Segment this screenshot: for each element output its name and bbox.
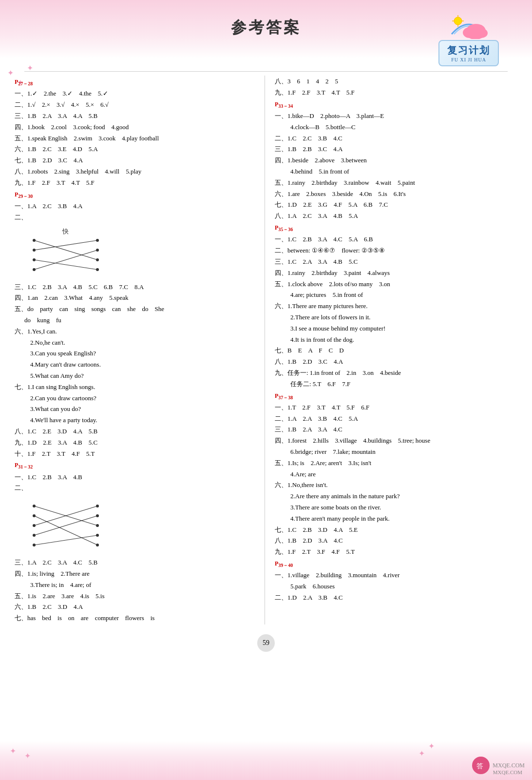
answer-p29-7b: 2.Can you draw cartoons?	[30, 393, 257, 404]
answer-p35-6c: 3.I see a mouse behind my computer!	[290, 324, 517, 334]
section-ref-p29: P29－30	[15, 191, 257, 200]
section-ref-p31: P31－32	[15, 462, 257, 470]
answer-r-1: 八、3 6 1 4 2 5	[275, 77, 517, 87]
svg-line-19	[34, 240, 97, 250]
answer-p35-6b: 2.There are lots of flowers in it.	[290, 312, 517, 323]
cloud-decoration	[449, 12, 488, 39]
section-ref-p33: P33－34	[275, 101, 517, 110]
answer-p27-8: 八、1.robots 2.sing 3.helpful 4.will 5.pla…	[15, 167, 257, 177]
svg-line-18	[34, 240, 97, 260]
fuxijihua-box: 复习计划 FU XI JI HUA	[438, 40, 499, 66]
main-content: P27－28 一、1.✓ 2.the 3.✓ 4.the 5.✓ 二、1.√ 2…	[15, 76, 517, 624]
answer-p29-5b: do kung fu	[24, 315, 257, 326]
answer-p27-2: 二、1.√ 2.× 3.√ 4.× 5.× 6.√	[15, 100, 257, 110]
star-deco-7: ✦	[418, 749, 425, 758]
svg-line-20	[34, 260, 97, 270]
answer-p33-7: 七、1.D 2.E 3.G 4.F 5.A 6.B 7.C	[275, 200, 517, 210]
answer-p37-6a: 六、1.No,there isn't.	[275, 480, 517, 490]
logo-area: 答 MXQE.COM	[472, 757, 525, 774]
answer-p35-7: 七、B E A F C D	[275, 346, 517, 356]
answer-r-2: 九、1.F 2.F 3.T 4.T 5.F	[275, 88, 517, 98]
answer-p29-7a: 七、1.I can sing English songs.	[15, 382, 257, 392]
answer-p33-8: 八、1.A 2.C 3.A 4.B 5.A	[275, 211, 517, 221]
section-ref-p35: P35－36	[275, 224, 517, 233]
answer-p29-10: 十、1.F 2.T 3.T 4.F 5.T	[15, 449, 257, 459]
answer-p31-6: 六、1.B 2.C 3.D 4.A	[15, 602, 257, 612]
page-title: 参考答案	[102, 12, 430, 39]
page-number: 59	[257, 634, 275, 652]
answer-p27-3: 三、1.B 2.A 3.A 4.A 5.B	[15, 111, 257, 121]
answer-p35-5a: 五、1.clock above 2.lots of/so many 3.on	[275, 279, 517, 290]
answer-p27-4: 四、1.book 2.cool 3.cook; food 4.good	[15, 122, 257, 133]
connect-diagram-p29: 快	[19, 226, 257, 279]
answer-p33-1b: 4.clock—B 5.bottle—C	[290, 122, 517, 133]
answer-p39-2: 二、1.D 2.A 3.B 4.C	[275, 593, 517, 603]
answer-p35-9b: 任务二: 5.T 6.F 7.F	[290, 379, 517, 390]
answer-p31-5: 五、1.is 2.are 3.are 4.is 5.is	[15, 591, 257, 602]
answer-p35-4: 四、1.rainy 2.birthday 3.paint 4.always	[275, 268, 517, 278]
answer-p33-2: 二、1.C 2.C 3.B 4.C	[275, 134, 517, 144]
answer-p35-1: 一、1.C 2.B 3.A 4.C 5.A 6.B	[275, 234, 517, 245]
answer-p39-1a: 一、1.village 2.building 3.mountain 4.rive…	[275, 570, 517, 581]
answer-p35-6a: 六、1.There are many pictures here.	[275, 301, 517, 312]
answer-p33-6: 六、1.are 2.boxes 3.beside 4.On 5.is 6.It'…	[275, 189, 517, 199]
logo-icon: 答	[472, 757, 490, 774]
answer-p33-3: 三、1.B 2.B 3.C 4.A	[275, 144, 517, 155]
answer-p29-9: 九、1.D 2.E 3.A 4.B 5.C	[15, 438, 257, 448]
answer-p33-5: 五、1.rainy 2.birthday 3.rainbow 4.wait 5.…	[275, 178, 517, 188]
page-number-container: 59	[15, 634, 517, 652]
section-ref-p37: P37－38	[275, 392, 517, 401]
svg-line-35	[34, 516, 97, 535]
section-ref-p39: P39－40	[275, 560, 517, 569]
answer-p33-1a: 一、1.bike—D 2.photo—A 3.plant—E	[275, 111, 517, 121]
svg-line-36	[34, 535, 97, 545]
answer-p35-6d: 4.It is in front of the dog.	[290, 335, 517, 345]
star-deco-5: ✦	[24, 751, 31, 760]
fuxijihua-subtitle: FU XI JI HUA	[447, 57, 490, 62]
svg-line-33	[34, 516, 97, 545]
star-deco-6: ✦	[428, 741, 435, 751]
answer-p37-4b: 6.bridge; river 7.lake; mountain	[290, 447, 517, 457]
right-column: 八、3 6 1 4 2 5 九、1.F 2.F 3.T 4.T 5.F P33－…	[265, 76, 517, 624]
answer-p37-2: 二、1.A 2.A 3.B 4.C 5.A	[275, 414, 517, 424]
header: 参考答案 复习计划 FU XI JI HUA	[15, 5, 517, 71]
answer-p29-3: 三、1.C 2.B 3.A 4.B 5.C 6.B 7.C 8.A	[15, 282, 257, 292]
answer-p35-3: 三、1.C 2.A 3.A 4.B 5.C	[275, 257, 517, 267]
answer-p31-3: 三、1.A 2.C 3.A 4.C 5.B	[15, 558, 257, 568]
answer-p27-7: 七、1.B 2.D 3.C 4.A	[15, 156, 257, 166]
answer-p31-2-label: 二、	[15, 483, 257, 493]
answer-p29-8: 八、1.C 2.E 3.D 4.A 5.B	[15, 427, 257, 437]
answer-p37-1: 一、1.T 2.F 3.T 4.T 5.F 6.F	[275, 403, 517, 413]
answer-p27-5: 五、1.speak English 2.swim 3.cook 4.play f…	[15, 134, 257, 144]
answer-p37-7: 七、1.C 2.B 3.D 4.A 5.E	[275, 525, 517, 535]
answer-p33-4b: 4.behind 5.in front of	[290, 167, 517, 177]
fuxijihua-title: 复习计划	[447, 44, 490, 57]
answer-p29-6b: 2.No,he can't.	[30, 338, 257, 348]
answer-p37-8: 八、1.B 2.D 3.A 4.C	[275, 536, 517, 546]
answer-p29-7d: 4.We'll have a party today.	[30, 415, 257, 426]
answer-p37-5b: 4.Are; are	[290, 469, 517, 480]
answer-p29-6a: 六、1.Yes,I can.	[15, 327, 257, 337]
star-deco-4: ✦	[10, 746, 16, 756]
answer-p35-5b: 4.are; pictures 5.in front of	[290, 290, 517, 300]
section-ref-p27: P27－28	[15, 78, 257, 87]
answer-p27-6: 六、1.B 2.C 3.E 4.D 5.A	[15, 144, 257, 155]
answer-p39-1b: 5.park 6.houses	[290, 582, 517, 592]
answer-p29-6d: 4.Mary can't draw cartoons.	[30, 360, 257, 370]
answer-p37-5a: 五、1.Is; is 2.Are; aren't 3.Is; isn't	[275, 458, 517, 468]
answer-p29-6e: 5.What can Amy do?	[30, 371, 257, 381]
answer-p37-3: 三、1.B 2.A 3.A 4.C	[275, 425, 517, 435]
answer-p37-6b: 2.Are there any animals in the nature pa…	[290, 491, 517, 502]
answer-p35-8: 八、1.B 2.D 3.C 4.A	[275, 357, 517, 367]
answer-p37-6c: 3.There are some boats on the river.	[290, 503, 517, 513]
answer-p29-6c: 3.Can you speak English?	[30, 349, 257, 359]
header-right: 复习计划 FU XI JI HUA	[430, 12, 508, 66]
answer-p27-9: 九、1.F 2.F 3.T 4.T 5.F	[15, 178, 257, 188]
svg-text:快: 快	[62, 228, 69, 235]
svg-line-21	[34, 250, 97, 270]
watermark-text: MXQE.COM	[493, 762, 525, 769]
left-column: P27－28 一、1.✓ 2.the 3.✓ 4.the 5.✓ 二、1.√ 2…	[15, 76, 265, 624]
answer-p37-9: 九、1.F 2.T 3.F 4.F 5.T	[275, 547, 517, 557]
answer-p31-4a: 四、1.is; living 2.There are	[15, 569, 257, 579]
answer-p35-9a: 九、任务一: 1.in front of 2.in 3.on 4.beside	[275, 368, 517, 378]
